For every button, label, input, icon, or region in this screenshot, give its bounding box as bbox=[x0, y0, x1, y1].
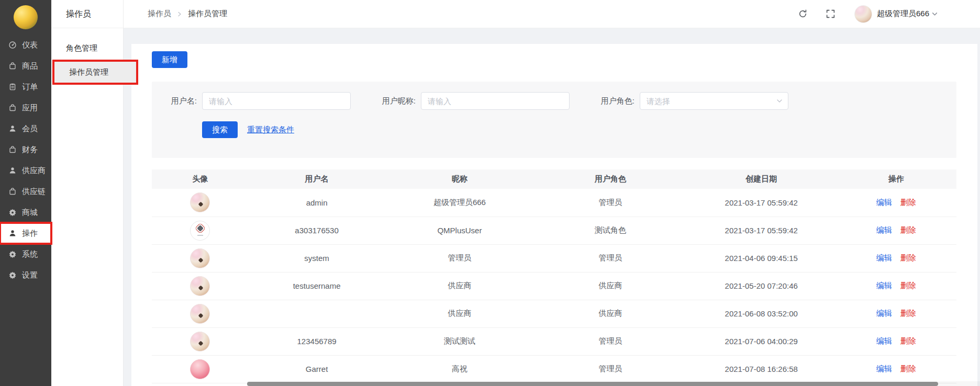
reset-search-link[interactable]: 重置搜索条件 bbox=[247, 125, 294, 135]
cell-role: 测试角色 bbox=[534, 217, 687, 244]
cell-nickname: 供应商 bbox=[385, 300, 534, 327]
cell-role: 管理员 bbox=[534, 327, 687, 355]
sidebar-item[interactable]: 设置 bbox=[0, 265, 51, 286]
topbar-actions: 超级管理员666 bbox=[780, 5, 938, 23]
submenu-title: 操作员 bbox=[51, 0, 123, 28]
cell-nickname: 供应商 bbox=[385, 272, 534, 300]
delete-link[interactable]: 删除 bbox=[900, 309, 916, 317]
cell-role: 供应商 bbox=[534, 300, 687, 327]
filter-label: 用户名: bbox=[152, 96, 197, 106]
username-filter-input[interactable] bbox=[202, 92, 351, 110]
horizontal-scrollbar[interactable] bbox=[247, 381, 980, 386]
primary-menu: 仪表 商品 订单 应用 会员 bbox=[0, 35, 51, 286]
refresh-icon[interactable] bbox=[798, 9, 808, 19]
edit-link[interactable]: 编辑 bbox=[876, 336, 892, 345]
edit-link[interactable]: 编辑 bbox=[876, 309, 892, 317]
column-header: 操作 bbox=[836, 169, 956, 189]
sidebar-item[interactable]: 订单 bbox=[0, 76, 51, 97]
logo-wrap bbox=[0, 0, 51, 35]
sidebar-item[interactable]: 操作 bbox=[0, 223, 51, 244]
user-avatar[interactable] bbox=[854, 5, 872, 23]
content-area: 新增 用户名: bbox=[124, 28, 980, 386]
app-logo[interactable] bbox=[14, 5, 38, 29]
bag-icon bbox=[8, 62, 17, 70]
edit-link[interactable]: 编辑 bbox=[876, 225, 892, 234]
dog-avatar bbox=[190, 248, 210, 268]
role-filter-select[interactable] bbox=[640, 92, 788, 110]
gauge-icon bbox=[8, 41, 17, 49]
delete-link[interactable]: 删除 bbox=[900, 364, 916, 373]
sidebar-item[interactable]: 会员 bbox=[0, 118, 51, 139]
cell-created-date: 2021-03-17 05:59:42 bbox=[687, 217, 836, 244]
nickname-filter-input[interactable] bbox=[421, 92, 570, 110]
cell-nickname: 测试测试 bbox=[385, 327, 534, 355]
sidebar-item[interactable]: 仪表 bbox=[0, 35, 51, 55]
cell-username: a303176530 bbox=[248, 217, 385, 244]
filter-field: 用户昵称: bbox=[371, 92, 570, 110]
submenu-item[interactable]: 操作员管理 bbox=[52, 60, 138, 85]
delete-link[interactable]: 删除 bbox=[900, 225, 916, 234]
sidebar-item[interactable]: 商城 bbox=[0, 202, 51, 223]
filter-actions: 搜索 重置搜索条件 bbox=[202, 121, 956, 138]
delete-link[interactable]: 删除 bbox=[900, 281, 916, 290]
edit-link[interactable]: 编辑 bbox=[876, 364, 892, 373]
bag-icon bbox=[8, 187, 17, 196]
edit-link[interactable]: 编辑 bbox=[876, 198, 892, 207]
person-icon bbox=[8, 166, 17, 175]
sidebar-item[interactable]: 应用 bbox=[0, 97, 51, 118]
delete-link[interactable]: 删除 bbox=[900, 198, 916, 207]
filter-row: 用户名: 用户昵称: bbox=[152, 92, 956, 110]
sidebar-item[interactable]: 系统 bbox=[0, 244, 51, 265]
user-name[interactable]: 超级管理员666 bbox=[877, 9, 929, 19]
submenu-list: 角色管理 操作员管理 bbox=[51, 28, 123, 85]
column-header: 昵称 bbox=[385, 169, 534, 189]
content-card: 新增 用户名: bbox=[131, 44, 977, 386]
breadcrumb-chevron-icon bbox=[176, 11, 183, 17]
topbar: 操作员 操作员管理 超级管理员666 bbox=[124, 0, 980, 28]
edit-link[interactable]: 编辑 bbox=[876, 253, 892, 262]
search-button[interactable]: 搜索 bbox=[202, 121, 238, 138]
cell-role: 供应商 bbox=[534, 272, 687, 300]
dog-avatar bbox=[190, 332, 210, 351]
clipboard-icon bbox=[8, 83, 17, 91]
sidebar-item[interactable]: 商品 bbox=[0, 55, 51, 76]
breadcrumb: 操作员 操作员管理 bbox=[148, 9, 227, 19]
cell-role: 管理员 bbox=[534, 189, 687, 217]
cell-username: Garret bbox=[248, 355, 385, 383]
cell-created-date: 2021-07-08 16:26:58 bbox=[687, 355, 836, 383]
operators-table: 头像用户名昵称用户角色创建日期操作 admin 超级管理员666 管理员 202… bbox=[152, 169, 956, 383]
scrollbar-thumb[interactable] bbox=[247, 382, 938, 386]
column-header: 头像 bbox=[152, 169, 248, 189]
app-window: 仪表 商品 订单 应用 会员 bbox=[0, 0, 980, 386]
table-row: system 管理员 管理员 2021-04-06 09:45:15 编辑 删除 bbox=[152, 244, 956, 272]
bag-icon bbox=[8, 145, 17, 154]
add-button[interactable]: 新增 bbox=[152, 51, 187, 68]
table-row: testusername 供应商 供应商 2021-05-20 07:20:46… bbox=[152, 272, 956, 300]
chevron-down-icon[interactable] bbox=[931, 10, 938, 17]
dog-avatar bbox=[190, 304, 210, 324]
fullscreen-icon[interactable] bbox=[826, 9, 836, 19]
breadcrumb-current: 操作员管理 bbox=[188, 9, 227, 19]
pink-avatar bbox=[190, 359, 210, 379]
sidebar-item[interactable]: 供应商 bbox=[0, 160, 51, 181]
column-header: 用户名 bbox=[248, 169, 385, 189]
main-area: 操作员 操作员管理 超级管理员666 bbox=[124, 0, 980, 386]
cell-nickname: 高祝 bbox=[385, 355, 534, 383]
gear-icon bbox=[8, 208, 17, 217]
dog-avatar bbox=[190, 192, 210, 212]
edit-link[interactable]: 编辑 bbox=[876, 281, 892, 290]
breadcrumb-root[interactable]: 操作员 bbox=[148, 9, 171, 19]
table-row: 供应商 供应商 2021-06-08 03:52:00 编辑 删除 bbox=[152, 300, 956, 327]
bag-icon bbox=[8, 104, 17, 112]
sidebar-item[interactable]: 供应链 bbox=[0, 181, 51, 202]
filter-label: 用户昵称: bbox=[371, 96, 416, 106]
cell-nickname: 管理员 bbox=[385, 244, 534, 272]
delete-link[interactable]: 删除 bbox=[900, 336, 916, 345]
delete-link[interactable]: 删除 bbox=[900, 253, 916, 262]
sidebar-item[interactable]: 财务 bbox=[0, 139, 51, 160]
person-icon bbox=[8, 229, 17, 237]
gear-icon bbox=[8, 271, 17, 279]
cell-role: 管理员 bbox=[534, 244, 687, 272]
submenu-item[interactable]: 角色管理 bbox=[51, 37, 123, 60]
cell-created-date: 2021-04-06 09:45:15 bbox=[687, 244, 836, 272]
